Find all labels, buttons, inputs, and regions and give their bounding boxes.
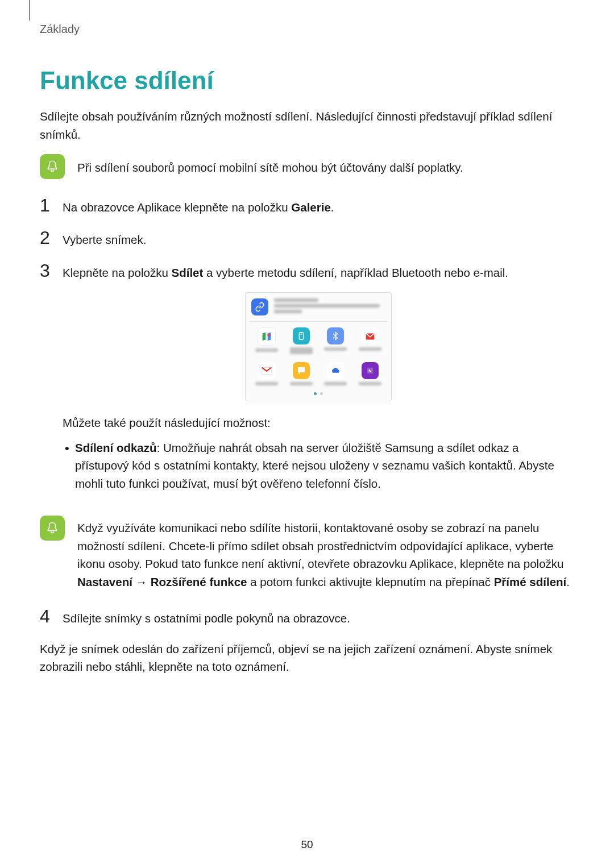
note-mobile-data: Při sdílení souborů pomocí mobilní sítě … — [40, 154, 574, 179]
note2-b1: Nastavení — [77, 575, 132, 588]
blurred-label — [324, 347, 347, 351]
step-3-body: Klepněte na položku Sdílet a vyberte met… — [63, 261, 574, 502]
blurred-label — [359, 382, 381, 385]
maps-icon — [258, 327, 276, 346]
step-3-text: Klepněte na položku Sdílet a vyberte met… — [63, 264, 574, 282]
app-bluetooth — [324, 327, 347, 354]
note2-p1: Když využíváte komunikaci nebo sdílíte h… — [77, 521, 563, 571]
svg-marker-1 — [263, 332, 266, 340]
step-1-bold: Galerie — [291, 201, 331, 214]
svg-text:N: N — [368, 368, 371, 373]
step-3-pre: Klepněte na položku — [63, 266, 171, 279]
chapter-label: Základy — [40, 23, 574, 36]
step-1-post: . — [331, 201, 334, 214]
page-number: 50 — [0, 838, 614, 851]
step-number: 3 — [40, 261, 52, 280]
bullet-link-sharing: Sdílení odkazů: Umožňuje nahrát obsah na… — [63, 439, 574, 493]
step-number: 2 — [40, 229, 52, 247]
app-email — [359, 327, 381, 354]
dot-active — [314, 392, 317, 395]
note2-b2: Rozšířené funkce — [151, 575, 247, 588]
step-3: 3 Klepněte na položku Sdílet a vyberte m… — [40, 261, 574, 502]
onenote-icon: N — [362, 362, 379, 379]
svg-point-3 — [268, 334, 271, 337]
app-messages — [290, 362, 313, 385]
step-number: 4 — [40, 607, 52, 625]
bell-icon — [40, 154, 65, 179]
note2-p3: . — [566, 575, 570, 588]
page-content: Základy Funkce sdílení Sdílejte obsah po… — [0, 0, 614, 676]
blurred-label — [290, 347, 313, 354]
steps-list: 1 Na obrazovce Aplikace klepněte na polo… — [40, 196, 574, 502]
bluetooth-icon — [327, 327, 344, 344]
email-icon — [362, 327, 379, 344]
android-beam-icon — [293, 327, 310, 344]
step-2-text: Vyberte snímek. — [63, 229, 574, 249]
svg-rect-5 — [300, 334, 302, 335]
messages-icon — [293, 362, 310, 379]
blurred-text — [274, 298, 385, 313]
step-2: 2 Vyberte snímek. — [40, 229, 574, 249]
step-number: 1 — [40, 196, 52, 214]
steps-list-continued: 4 Sdílejte snímky s ostatními podle poky… — [40, 607, 574, 628]
app-gmail — [255, 362, 278, 385]
blurred-label — [255, 348, 278, 352]
dot — [320, 392, 323, 395]
step-1-pre: Na obrazovce Aplikace klepněte na položk… — [63, 201, 291, 214]
bullet-bold: Sdílení odkazů — [75, 441, 157, 454]
closing-paragraph: Když je snímek odeslán do zařízení příje… — [40, 640, 574, 676]
note2-arrow: → — [132, 575, 151, 588]
step-1: 1 Na obrazovce Aplikace klepněte na polo… — [40, 196, 574, 217]
step-1-text: Na obrazovce Aplikace klepněte na položk… — [63, 196, 574, 217]
share-panel-illustration: N — [245, 292, 392, 401]
note-direct-share-text: Když využíváte komunikaci nebo sdílíte h… — [77, 514, 574, 591]
page-dots — [251, 392, 385, 395]
note-direct-share: Když využíváte komunikaci nebo sdílíte h… — [40, 514, 574, 591]
bullet-list: Sdílení odkazů: Umožňuje nahrát obsah na… — [63, 439, 574, 493]
step-4-text: Sdílejte snímky s ostatními podle pokynů… — [63, 607, 574, 628]
intro-paragraph: Sdílejte obsah používáním různých možnos… — [40, 107, 574, 144]
svg-rect-4 — [299, 333, 304, 339]
blurred-label — [255, 382, 278, 385]
page-title: Funkce sdílení — [40, 67, 574, 95]
step-3-post: a vyberte metodu sdílení, například Blue… — [203, 266, 508, 279]
also-use-text: Můžete také použít následující možnost: — [63, 414, 574, 432]
blurred-label — [359, 347, 381, 351]
app-maps — [255, 327, 278, 354]
step-3-bold: Sdílet — [171, 266, 203, 279]
share-apps-grid: N — [251, 327, 385, 385]
blurred-label — [324, 382, 347, 385]
bell-icon — [40, 516, 65, 541]
note2-b3: Přímé sdílení — [494, 575, 567, 588]
onedrive-icon — [327, 362, 344, 379]
step-4: 4 Sdílejte snímky s ostatními podle poky… — [40, 607, 574, 628]
app-android-beam — [290, 327, 313, 354]
blurred-label — [290, 382, 313, 385]
link-sharing-icon — [251, 298, 268, 315]
share-panel-header — [251, 298, 385, 321]
note-mobile-data-text: Při sdílení souborů pomocí mobilní sítě … — [77, 154, 574, 177]
page-top-rule — [29, 0, 30, 20]
gmail-icon — [258, 362, 275, 379]
note2-p2: a potom funkci aktivujte klepnutím na př… — [247, 575, 494, 588]
svg-marker-2 — [268, 332, 271, 340]
app-onedrive — [324, 362, 347, 385]
app-onenote: N — [359, 362, 381, 385]
divider — [249, 321, 388, 322]
